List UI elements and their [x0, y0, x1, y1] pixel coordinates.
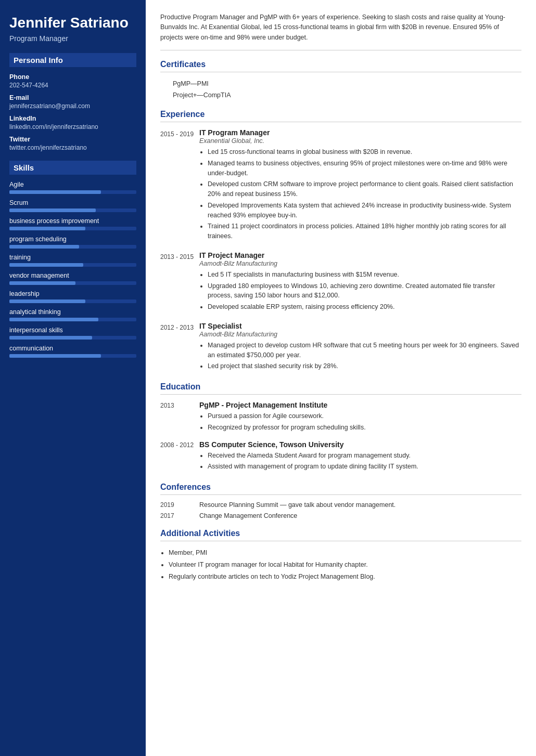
skill-item: training	[9, 254, 136, 267]
sidebar: Jennifer Satriano Program Manager Person…	[0, 0, 146, 756]
skill-bar	[9, 190, 136, 194]
skill-bar-fill	[9, 190, 101, 194]
skill-label: interpersonal skills	[9, 327, 136, 334]
education-item: 2008 - 2012 BS Computer Science, Towson …	[160, 440, 521, 474]
experience-list: 2015 - 2019 IT Program Manager Exanentia…	[160, 128, 521, 373]
skill-label: communication	[9, 345, 136, 352]
exp-company: Aamodt-Bilz Manufacturing	[199, 260, 521, 267]
edu-bullet: Assisted with management of program to u…	[208, 462, 521, 472]
skill-bar-accent	[96, 208, 119, 212]
email-label: E-mail	[9, 94, 136, 101]
activity-item: Volunteer IT program manager for local H…	[169, 559, 521, 570]
activities-section: Additional Activities Member, PMIVolunte…	[160, 529, 521, 582]
experience-section: Experience 2015 - 2019 IT Program Manage…	[160, 110, 521, 373]
certificate-item: Project+—CompTIA	[160, 90, 521, 100]
skill-label: leadership	[9, 290, 136, 297]
exp-job-title: IT Project Manager	[199, 251, 521, 259]
edu-detail: BS Computer Science, Towson University R…	[199, 440, 521, 474]
edu-bullet: Pursued a passion for Agile coursework.	[208, 411, 521, 421]
conf-desc: Change Management Conference	[199, 512, 521, 519]
skill-bar-accent	[101, 354, 119, 358]
skill-bar	[9, 336, 136, 340]
education-list: 2013 PgMP - Project Management Institute…	[160, 401, 521, 473]
exp-bullet: Managed project to develop custom HR sof…	[208, 341, 521, 360]
personal-info-heading: Personal Info	[9, 53, 136, 67]
skill-item: Scrum	[9, 199, 136, 212]
activity-item: Member, PMI	[169, 548, 521, 558]
main-content: Productive Program Manager and PgMP with…	[146, 0, 536, 756]
exp-bullets: Led 15 cross-functional teams in global …	[199, 147, 521, 241]
exp-bullet: Trained 11 project coordinators in proce…	[208, 221, 521, 241]
exp-detail: IT Specialist Aamodt-Bilz Manufacturing …	[199, 322, 521, 373]
skill-item: leadership	[9, 290, 136, 303]
skill-bar-accent	[85, 227, 113, 230]
linkedin-block: LinkedIn linkedin.com/in/jenniferzsatria…	[9, 115, 136, 131]
activities-heading: Additional Activities	[160, 529, 521, 541]
conferences-list: 2019 Resource Planning Summit — gave tal…	[160, 501, 521, 519]
skill-bar-fill	[9, 245, 79, 249]
exp-detail: IT Project Manager Aamodt-Bilz Manufactu…	[199, 251, 521, 314]
edu-bullets: Pursued a passion for Agile coursework.R…	[199, 411, 521, 433]
phone-value: 202-547-4264	[9, 82, 136, 89]
edu-bullet: Received the Alameda Student Award for p…	[208, 451, 521, 461]
linkedin-label: LinkedIn	[9, 115, 136, 122]
skill-label: business process improvement	[9, 217, 136, 225]
skill-bar-fill	[9, 336, 92, 340]
skill-bar	[9, 318, 136, 321]
candidate-name: Jennifer Satriano	[9, 15, 136, 31]
experience-item: 2012 - 2013 IT Specialist Aamodt-Bilz Ma…	[160, 322, 521, 373]
exp-bullet: Developed Improvements Kata system that …	[208, 201, 521, 220]
skill-bar-accent	[79, 245, 105, 249]
summary: Productive Program Manager and PgMP with…	[160, 12, 521, 50]
edu-date: 2013	[160, 401, 199, 434]
twitter-label: Twitter	[9, 136, 136, 143]
conf-desc: Resource Planning Summit — gave talk abo…	[199, 501, 521, 509]
skills-list: Agile Scrum business process improvement…	[9, 181, 136, 358]
twitter-value: twitter.com/jenniferzsatriano	[9, 144, 136, 151]
skill-item: interpersonal skills	[9, 327, 136, 340]
edu-bullet: Recognized by professor for program sche…	[208, 423, 521, 433]
phone-label: Phone	[9, 73, 136, 81]
skill-bar-accent	[85, 299, 108, 303]
experience-heading: Experience	[160, 110, 521, 122]
skill-label: Agile	[9, 181, 136, 188]
skill-bar-accent	[83, 263, 104, 267]
skill-bar-accent	[101, 190, 126, 194]
exp-bullet: Managed teams to business objectives, en…	[208, 159, 521, 178]
exp-bullets: Led 5 IT specialists in manufacturing bu…	[199, 270, 521, 312]
candidate-title: Program Manager	[9, 34, 136, 43]
email-block: E-mail jenniferzsatriano@gmail.com	[9, 94, 136, 110]
activities-list: Member, PMIVolunteer IT program manager …	[160, 548, 521, 582]
skill-bar-fill	[9, 208, 96, 212]
conference-item: 2019 Resource Planning Summit — gave tal…	[160, 501, 521, 509]
experience-item: 2015 - 2019 IT Program Manager Exanentia…	[160, 128, 521, 243]
conf-date: 2019	[160, 501, 199, 509]
conf-date: 2017	[160, 512, 199, 519]
exp-dates: 2012 - 2013	[160, 322, 199, 373]
conferences-heading: Conferences	[160, 483, 521, 495]
skill-bar	[9, 208, 136, 212]
skill-item: vendor management	[9, 272, 136, 285]
conference-item: 2017 Change Management Conference	[160, 512, 521, 519]
certificates-list: PgMP—PMIProject+—CompTIA	[160, 79, 521, 100]
skill-bar-fill	[9, 354, 101, 358]
skill-bar	[9, 245, 136, 249]
edu-bullets: Received the Alameda Student Award for p…	[199, 451, 521, 472]
twitter-block: Twitter twitter.com/jenniferzsatriano	[9, 136, 136, 151]
phone-block: Phone 202-547-4264	[9, 73, 136, 89]
exp-bullet: Developed scalable ERP system, raising p…	[208, 302, 521, 312]
skill-item: program scheduling	[9, 236, 136, 249]
exp-bullet: Upgraded 180 employees to Windows 10, ac…	[208, 281, 521, 301]
edu-title: PgMP - Project Management Institute	[199, 401, 521, 409]
linkedin-value: linkedin.com/in/jenniferzsatriano	[9, 123, 136, 131]
exp-bullet: Developed custom CRM software to improve…	[208, 179, 521, 199]
skill-bar-fill	[9, 227, 85, 230]
edu-date: 2008 - 2012	[160, 440, 199, 474]
experience-item: 2013 - 2015 IT Project Manager Aamodt-Bi…	[160, 251, 521, 314]
exp-bullet: Led 5 IT specialists in manufacturing bu…	[208, 270, 521, 280]
exp-company: Exanential Global, Inc.	[199, 137, 521, 145]
skill-item: analytical thinking	[9, 308, 136, 321]
skill-item: business process improvement	[9, 217, 136, 230]
skill-bar	[9, 354, 136, 358]
skill-label: training	[9, 254, 136, 261]
